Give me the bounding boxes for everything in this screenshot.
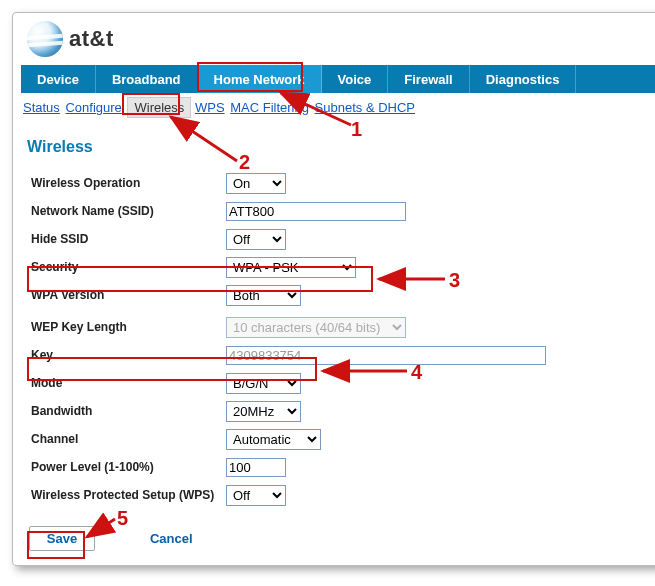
select-wps[interactable]: Off xyxy=(226,485,286,506)
label-ssid: Network Name (SSID) xyxy=(31,204,226,218)
tab-home-network[interactable]: Home Network xyxy=(198,65,322,93)
label-security: Security xyxy=(31,260,226,274)
select-wep-key-length: 10 characters (40/64 bits) xyxy=(226,317,406,338)
tab-voice[interactable]: Voice xyxy=(322,65,389,93)
select-hide-ssid[interactable]: Off xyxy=(226,229,286,250)
wireless-form: Wireless Operation On Network Name (SSID… xyxy=(21,170,655,508)
section-title: Wireless xyxy=(27,138,655,156)
label-channel: Channel xyxy=(31,432,226,446)
sub-nav: Status Configure Wireless WPS MAC Filter… xyxy=(21,93,655,124)
input-key[interactable] xyxy=(226,346,546,365)
select-bandwidth[interactable]: 20MHz xyxy=(226,401,301,422)
tab-device[interactable]: Device xyxy=(21,65,96,93)
label-key: Key xyxy=(31,348,226,362)
brand-name: at&t xyxy=(69,26,114,52)
subnav-mac-filtering[interactable]: MAC Filtering xyxy=(230,100,309,115)
select-channel[interactable]: Automatic xyxy=(226,429,321,450)
tab-firewall[interactable]: Firewall xyxy=(388,65,469,93)
tab-diagnostics[interactable]: Diagnostics xyxy=(470,65,577,93)
label-hide-ssid: Hide SSID xyxy=(31,232,226,246)
select-wireless-operation[interactable]: On xyxy=(226,173,286,194)
input-ssid[interactable] xyxy=(226,202,406,221)
brand-row: at&t xyxy=(21,17,655,65)
label-wpa-version: WPA Version xyxy=(31,288,226,302)
select-security[interactable]: WPA - PSK xyxy=(226,257,356,278)
subnav-subnets-dhcp[interactable]: Subnets & DHCP xyxy=(315,100,415,115)
router-admin-panel: at&t Device Broadband Home Network Voice… xyxy=(12,12,655,566)
subnav-configure[interactable]: Configure xyxy=(65,100,121,115)
label-wps: Wireless Protected Setup (WPS) xyxy=(31,488,226,502)
subnav-wps[interactable]: WPS xyxy=(195,100,225,115)
select-mode[interactable]: B/G/N xyxy=(226,373,301,394)
cancel-button[interactable]: Cancel xyxy=(138,526,204,551)
label-wireless-operation: Wireless Operation xyxy=(31,176,226,190)
select-wpa-version[interactable]: Both xyxy=(226,285,301,306)
label-wep-key-length: WEP Key Length xyxy=(31,320,226,334)
label-power-level: Power Level (1-100%) xyxy=(31,460,226,474)
label-mode: Mode xyxy=(31,376,226,390)
main-nav: Device Broadband Home Network Voice Fire… xyxy=(21,65,655,93)
tab-broadband[interactable]: Broadband xyxy=(96,65,198,93)
save-button[interactable]: Save xyxy=(29,526,95,551)
button-row: Save Cancel xyxy=(29,526,655,551)
subnav-wireless[interactable]: Wireless xyxy=(127,97,191,118)
att-globe-icon xyxy=(27,21,63,57)
input-power-level[interactable] xyxy=(226,458,286,477)
subnav-status[interactable]: Status xyxy=(23,100,60,115)
label-bandwidth: Bandwidth xyxy=(31,404,226,418)
